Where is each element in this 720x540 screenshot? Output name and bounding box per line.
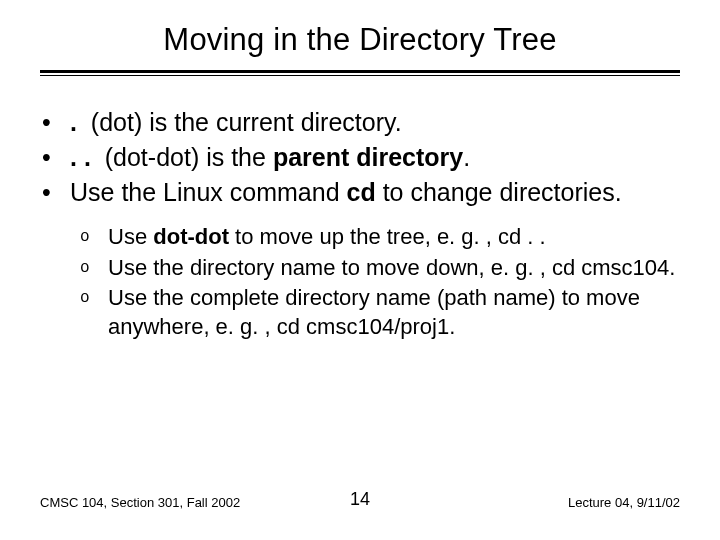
footer-left: CMSC 104, Section 301, Fall 2002 (40, 495, 240, 510)
slide-footer: CMSC 104, Section 301, Fall 2002 14 Lect… (0, 495, 720, 510)
sub-bold: dot-dot (153, 224, 229, 249)
main-bullet-list: • . (dot) is the current directory. • . … (42, 106, 678, 209)
sub-bullet-marker: o (80, 284, 108, 309)
title-rule-thin (40, 75, 680, 76)
bullet-bold: parent directory (273, 143, 463, 171)
bullet-rest: (dot) is the current directory. (77, 108, 402, 136)
bullet-marker: • (42, 106, 70, 139)
bullet-post: . (463, 143, 470, 171)
sub-bullet-text: Use the complete directory name (path na… (108, 284, 678, 341)
dot-symbol: . (70, 108, 77, 136)
bullet-bold: cd (347, 178, 376, 206)
bullet-pre: Use the Linux command (70, 178, 347, 206)
slide-title: Moving in the Directory Tree (40, 22, 680, 58)
bullet-text: . (dot) is the current directory. (70, 106, 678, 139)
sub-bullet-text: Use dot-dot to move up the tree, e. g. ,… (108, 223, 678, 252)
title-rule-thick (40, 70, 680, 73)
sub-post: to move up the tree, e. g. , cd . . (229, 224, 546, 249)
slide: Moving in the Directory Tree • . (dot) i… (0, 0, 720, 540)
bullet-text: . . (dot-dot) is the parent directory. (70, 141, 678, 174)
sub-bullet-text: Use the directory name to move down, e. … (108, 254, 678, 283)
bullet-item: • Use the Linux command cd to change dir… (42, 176, 678, 209)
sub-bullet-item: o Use the directory name to move down, e… (80, 254, 678, 283)
dotdot-symbol: . . (70, 143, 91, 171)
slide-body: • . (dot) is the current directory. • . … (40, 106, 680, 341)
bullet-item: • . (dot) is the current directory. (42, 106, 678, 139)
sub-bullet-item: o Use dot-dot to move up the tree, e. g.… (80, 223, 678, 252)
sub-bullet-item: o Use the complete directory name (path … (80, 284, 678, 341)
bullet-marker: • (42, 176, 70, 209)
sub-bullet-marker: o (80, 254, 108, 279)
bullet-pre: (dot-dot) is the (91, 143, 273, 171)
sub-pre: Use (108, 224, 153, 249)
bullet-text: Use the Linux command cd to change direc… (70, 176, 678, 209)
bullet-marker: • (42, 141, 70, 174)
sub-bullet-marker: o (80, 223, 108, 248)
sub-bullet-list: o Use dot-dot to move up the tree, e. g.… (80, 223, 678, 341)
bullet-item: • . . (dot-dot) is the parent directory. (42, 141, 678, 174)
footer-right: Lecture 04, 9/11/02 (568, 495, 680, 510)
bullet-post: to change directories. (376, 178, 622, 206)
